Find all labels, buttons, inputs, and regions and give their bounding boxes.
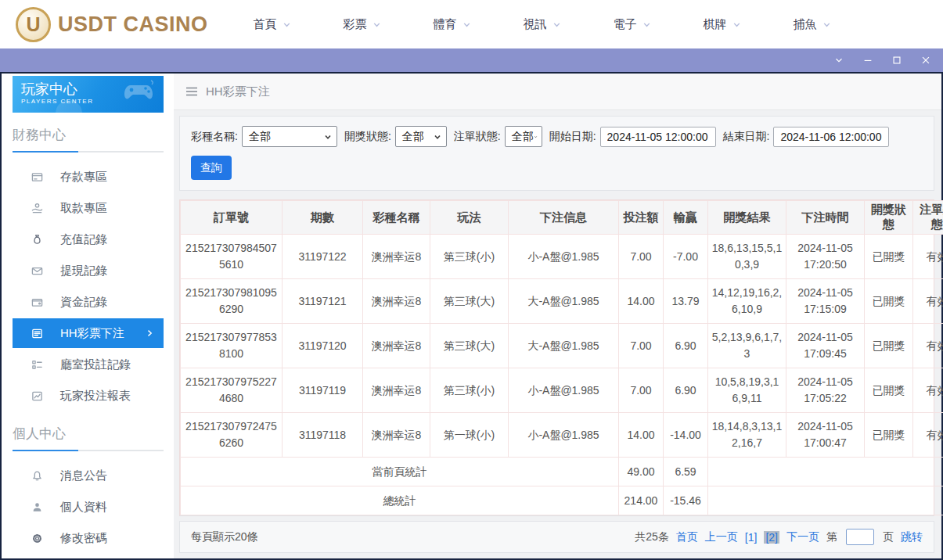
sidebar-item-hh-lottery-bets[interactable]: HH彩票下注 bbox=[13, 318, 164, 348]
page-1-link[interactable]: [1] bbox=[745, 531, 758, 544]
nav-item-live[interactable]: 視訊 bbox=[524, 17, 562, 32]
sidebar-item-announcements[interactable]: 消息公告 bbox=[2, 460, 174, 491]
table-cell: 當前頁統計 bbox=[181, 458, 619, 486]
nav-item-label: 棋牌 bbox=[704, 17, 727, 32]
players-center-banner: 玩家中心 PLAYERS CENTER bbox=[13, 76, 164, 113]
nav-item-cards[interactable]: 棋牌 bbox=[704, 17, 742, 32]
next-page-link[interactable]: 下一页 bbox=[786, 530, 819, 544]
table-cell: 2152173079810956290 bbox=[181, 279, 283, 324]
main-nav: 首頁彩票體育視訊電子棋牌捕魚 bbox=[254, 17, 832, 32]
chevron-down-icon bbox=[433, 132, 442, 142]
section-underline bbox=[13, 450, 164, 451]
table-cell: 第三球(小) bbox=[430, 368, 509, 413]
order-status-label: 注單狀態: bbox=[454, 130, 501, 144]
sidebar-item-withdrawal-area[interactable]: 取款專區 bbox=[2, 192, 174, 224]
jump-button[interactable]: 跳转 bbox=[901, 530, 923, 544]
sidebar-item-change-password[interactable]: 修改密碼 bbox=[2, 522, 174, 554]
logo-icon: U bbox=[16, 7, 51, 42]
column-header: 彩種名稱 bbox=[363, 201, 430, 235]
section-items: 存款專區取款專區充值記錄提現記錄資金記錄HH彩票下注廳室投註記錄玩家投注報表 bbox=[2, 161, 174, 411]
lottery-name-select[interactable]: 全部 bbox=[242, 126, 337, 147]
sidebar-item-funds-records[interactable]: 資金記錄 bbox=[2, 286, 174, 318]
hamburger-icon[interactable] bbox=[185, 86, 198, 97]
table-cell: 澳洲幸运8 bbox=[363, 413, 430, 458]
section-items: 消息公告個人資料修改密碼 bbox=[2, 460, 174, 554]
table-cell: -7.00 bbox=[664, 235, 708, 279]
draw-status-label: 開獎狀態: bbox=[344, 130, 391, 144]
logo[interactable]: U USDT CASINO bbox=[16, 7, 208, 42]
top-header: U USDT CASINO 首頁彩票體育視訊電子棋牌捕魚 bbox=[0, 0, 943, 48]
chevron-down-icon bbox=[323, 132, 333, 142]
window-maximize-icon[interactable] bbox=[887, 51, 906, 70]
table-header-row: 訂單號期數彩種名稱玩法下注信息投注額輸贏開獎結果下注時間開獎狀態注單狀態 bbox=[181, 201, 943, 235]
order-status-select[interactable]: 全部 bbox=[505, 126, 542, 147]
window-titlebar bbox=[0, 48, 943, 72]
sidebar-item-withdrawal-records[interactable]: 提現記錄 bbox=[2, 255, 174, 286]
table-row: 215217307977853810031197120澳洲幸运8第三球(大)大-… bbox=[181, 324, 943, 368]
table-cell: 總統計 bbox=[181, 486, 619, 515]
jump-suffix-text: 页 bbox=[883, 530, 894, 544]
table-cell: 18,14,8,3,13,12,16,7 bbox=[708, 413, 786, 458]
section-title-personal-center: 個人中心 bbox=[13, 425, 163, 443]
chevron-down-icon bbox=[462, 20, 472, 30]
nav-item-fishing[interactable]: 捕魚 bbox=[794, 17, 832, 32]
chevron-down-icon bbox=[642, 20, 652, 30]
window-close-icon[interactable] bbox=[916, 51, 935, 70]
table-cell: 14.00 bbox=[619, 413, 664, 458]
end-date-input[interactable] bbox=[773, 127, 889, 147]
window-minimize-icon[interactable] bbox=[858, 51, 877, 70]
page-jump-input[interactable] bbox=[846, 529, 874, 545]
nav-item-home[interactable]: 首頁 bbox=[254, 17, 292, 32]
first-page-link[interactable]: 首页 bbox=[676, 530, 698, 544]
nav-item-slots[interactable]: 電子 bbox=[614, 17, 652, 32]
nav-item-lottery[interactable]: 彩票 bbox=[344, 17, 382, 32]
gear-icon bbox=[31, 533, 43, 544]
draw-status-select[interactable]: 全部 bbox=[395, 126, 447, 147]
chevron-down-icon bbox=[822, 20, 832, 30]
table-cell: 13.79 bbox=[664, 279, 708, 324]
sidebar-item-player-bet-report[interactable]: 玩家投注報表 bbox=[2, 380, 174, 411]
lottery-list-icon bbox=[31, 328, 43, 339]
sidebar-sections: 財務中心存款專區取款專區充值記錄提現記錄資金記錄HH彩票下注廳室投註記錄玩家投注… bbox=[2, 126, 174, 558]
table-cell: 31197122 bbox=[283, 235, 363, 279]
table-cell: 小-A盤@1.985 bbox=[509, 368, 619, 413]
page-summary-row: 當前頁統計49.006.59 bbox=[181, 458, 943, 486]
sidebar-item-deposit-area[interactable]: 存款專區 bbox=[2, 161, 174, 192]
bets-table-panel: 訂單號期數彩種名稱玩法下注信息投注額輸贏開獎結果下注時間開獎狀態注單狀態2152… bbox=[179, 199, 934, 516]
table-cell: 7.00 bbox=[619, 235, 664, 279]
column-header: 訂單號 bbox=[181, 201, 283, 235]
sidebar-item-label: HH彩票下注 bbox=[60, 326, 124, 341]
sidebar-item-deposit-records[interactable]: 充值記錄 bbox=[2, 224, 174, 255]
prev-page-link[interactable]: 上一页 bbox=[705, 530, 738, 544]
envelope-icon bbox=[31, 265, 43, 277]
window-chevron-down-icon[interactable] bbox=[830, 51, 848, 70]
table-cell: 6.90 bbox=[664, 368, 708, 413]
section-underline bbox=[13, 151, 164, 153]
page-2-link-current[interactable]: [2] bbox=[764, 531, 779, 544]
table-cell: 31197121 bbox=[283, 279, 363, 324]
table-cell: -15.46 bbox=[664, 486, 708, 515]
start-date-input[interactable] bbox=[600, 127, 716, 147]
lottery-name-label: 彩種名稱: bbox=[191, 130, 238, 144]
table-cell: 有效 bbox=[913, 235, 943, 279]
table-row: 215217307972475626031197118澳洲幸运8第一球(小)小-… bbox=[181, 413, 943, 458]
table-cell: 2024-11-05 17:15:09 bbox=[786, 279, 865, 324]
per-page-text: 每頁顯示20條 bbox=[191, 530, 258, 544]
pager: 共25条 首页 上一页 [1] [2] 下一页 第 页 跳转 bbox=[635, 529, 923, 545]
nav-item-label: 體育 bbox=[434, 17, 457, 32]
grand-summary-row: 總統計214.00-15.46 bbox=[181, 486, 943, 515]
sidebar-item-room-bet-records[interactable]: 廳室投註記錄 bbox=[2, 349, 174, 380]
filter-row: 彩種名稱: 全部 開獎狀態: 全部 注單狀態: 全部 開始 bbox=[191, 126, 923, 147]
order-status-value: 全部 bbox=[512, 130, 534, 144]
breadcrumb: HH彩票下注 bbox=[174, 74, 941, 110]
search-button[interactable]: 查詢 bbox=[191, 156, 232, 180]
sidebar-item-profile[interactable]: 個人資料 bbox=[2, 491, 174, 522]
table-cell: 有效 bbox=[913, 279, 943, 324]
table-cell: 6.90 bbox=[664, 324, 708, 368]
nav-item-label: 彩票 bbox=[344, 17, 367, 32]
table-cell: 5,2,13,9,6,1,7,3 bbox=[708, 324, 786, 368]
lottery-name-value: 全部 bbox=[249, 130, 271, 144]
content-area: 彩種名稱: 全部 開獎狀態: 全部 注單狀態: 全部 開始 bbox=[174, 110, 941, 553]
nav-item-label: 首頁 bbox=[254, 17, 277, 32]
nav-item-sports[interactable]: 體育 bbox=[434, 17, 472, 32]
